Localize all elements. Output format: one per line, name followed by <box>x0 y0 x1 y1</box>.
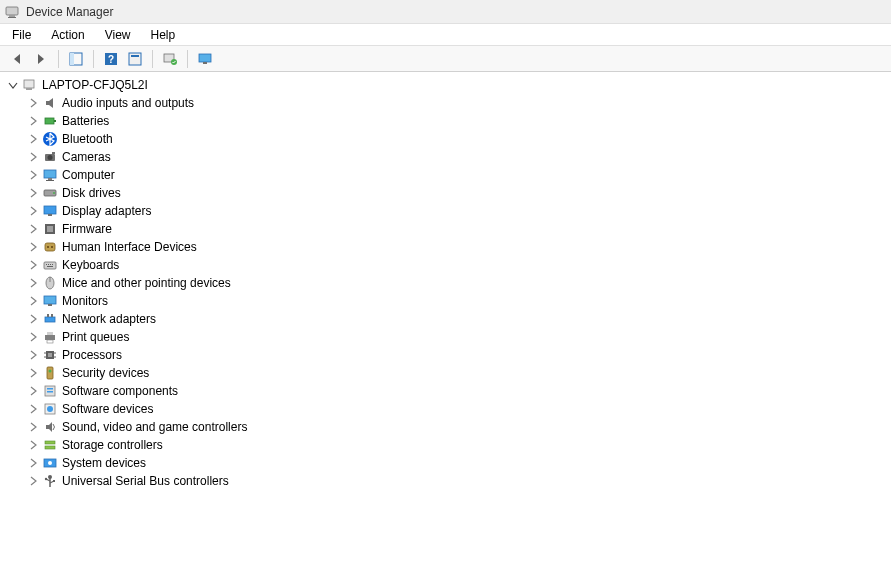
tree-category-node[interactable]: Cameras <box>4 148 891 166</box>
computer-root-icon <box>22 77 38 93</box>
category-label: Bluetooth <box>62 132 113 146</box>
storage-icon <box>42 437 58 453</box>
chevron-right-icon[interactable] <box>26 258 40 272</box>
back-button[interactable] <box>6 48 28 70</box>
help-button[interactable] <box>100 48 122 70</box>
chevron-right-icon[interactable] <box>26 240 40 254</box>
tree-category-node[interactable]: Network adapters <box>4 310 891 328</box>
root-node-label: LAPTOP-CFJQ5L2I <box>42 78 148 92</box>
firmware-icon <box>42 221 58 237</box>
chevron-right-icon[interactable] <box>26 456 40 470</box>
toolbar-separator <box>152 50 153 68</box>
tree-category-node[interactable]: Disk drives <box>4 184 891 202</box>
tree-category-node[interactable]: Security devices <box>4 364 891 382</box>
tree-category-node[interactable]: Keyboards <box>4 256 891 274</box>
category-label: Mice and other pointing devices <box>62 276 231 290</box>
chevron-right-icon[interactable] <box>26 150 40 164</box>
category-label: Monitors <box>62 294 108 308</box>
toolbar-separator <box>187 50 188 68</box>
chevron-right-icon[interactable] <box>26 348 40 362</box>
tree-category-node[interactable]: Print queues <box>4 328 891 346</box>
usb-icon <box>42 473 58 489</box>
chevron-right-icon[interactable] <box>26 330 40 344</box>
menubar: File Action View Help <box>0 24 891 46</box>
category-label: Disk drives <box>62 186 121 200</box>
printer-icon <box>42 329 58 345</box>
show-hide-pane-button[interactable] <box>65 48 87 70</box>
properties-button[interactable] <box>124 48 146 70</box>
category-label: Display adapters <box>62 204 151 218</box>
chevron-right-icon[interactable] <box>26 204 40 218</box>
category-label: Batteries <box>62 114 109 128</box>
toolbar-separator <box>93 50 94 68</box>
tree-category-node[interactable]: Universal Serial Bus controllers <box>4 472 891 490</box>
tree-content: LAPTOP-CFJQ5L2I Audio inputs and outputs… <box>0 72 891 581</box>
tree-category-node[interactable]: Storage controllers <box>4 436 891 454</box>
tree-category-node[interactable]: Batteries <box>4 112 891 130</box>
network-icon <box>42 311 58 327</box>
system-icon <box>42 455 58 471</box>
category-label: Universal Serial Bus controllers <box>62 474 229 488</box>
chevron-right-icon[interactable] <box>26 276 40 290</box>
tree-root-node[interactable]: LAPTOP-CFJQ5L2I <box>4 76 891 94</box>
chevron-right-icon[interactable] <box>26 222 40 236</box>
tree-category-node[interactable]: Monitors <box>4 292 891 310</box>
sound-icon <box>42 419 58 435</box>
chevron-right-icon[interactable] <box>26 474 40 488</box>
tree-category-node[interactable]: Software components <box>4 382 891 400</box>
category-label: Storage controllers <box>62 438 163 452</box>
tree-category-node[interactable]: Computer <box>4 166 891 184</box>
menu-help[interactable]: Help <box>141 26 186 44</box>
chevron-right-icon[interactable] <box>26 420 40 434</box>
chevron-right-icon[interactable] <box>26 132 40 146</box>
bluetooth-icon <box>42 131 58 147</box>
tree-category-node[interactable]: Firmware <box>4 220 891 238</box>
chevron-right-icon[interactable] <box>26 294 40 308</box>
tree-category-node[interactable]: Human Interface Devices <box>4 238 891 256</box>
tree-category-node[interactable]: Audio inputs and outputs <box>4 94 891 112</box>
tree-category-node[interactable]: Mice and other pointing devices <box>4 274 891 292</box>
app-icon <box>4 4 20 20</box>
category-label: Print queues <box>62 330 129 344</box>
devices-view-button[interactable] <box>194 48 216 70</box>
toolbar-separator <box>58 50 59 68</box>
menu-view[interactable]: View <box>95 26 141 44</box>
tree-category-node[interactable]: Sound, video and game controllers <box>4 418 891 436</box>
tree-category-node[interactable]: System devices <box>4 454 891 472</box>
category-label: Software devices <box>62 402 153 416</box>
chevron-right-icon[interactable] <box>26 312 40 326</box>
cpu-icon <box>42 347 58 363</box>
category-label: Computer <box>62 168 115 182</box>
tree-category-node[interactable]: Software devices <box>4 400 891 418</box>
scan-hardware-button[interactable] <box>159 48 181 70</box>
tree-category-node[interactable]: Bluetooth <box>4 130 891 148</box>
monitor-icon <box>42 293 58 309</box>
menu-action[interactable]: Action <box>41 26 94 44</box>
tree-category-node[interactable]: Processors <box>4 346 891 364</box>
softdev-icon <box>42 401 58 417</box>
disk-icon <box>42 185 58 201</box>
window-title: Device Manager <box>26 5 113 19</box>
menu-file[interactable]: File <box>2 26 41 44</box>
category-label: Firmware <box>62 222 112 236</box>
chevron-right-icon[interactable] <box>26 438 40 452</box>
speaker-icon <box>42 95 58 111</box>
toolbar <box>0 46 891 72</box>
chevron-right-icon[interactable] <box>26 402 40 416</box>
camera-icon <box>42 149 58 165</box>
chevron-right-icon[interactable] <box>26 96 40 110</box>
tree-category-node[interactable]: Display adapters <box>4 202 891 220</box>
chevron-down-icon[interactable] <box>6 78 20 92</box>
chevron-right-icon[interactable] <box>26 114 40 128</box>
category-label: System devices <box>62 456 146 470</box>
chevron-right-icon[interactable] <box>26 168 40 182</box>
forward-button[interactable] <box>30 48 52 70</box>
category-label: Network adapters <box>62 312 156 326</box>
chevron-right-icon[interactable] <box>26 384 40 398</box>
category-label: Audio inputs and outputs <box>62 96 194 110</box>
chevron-right-icon[interactable] <box>26 366 40 380</box>
keyboard-icon <box>42 257 58 273</box>
category-label: Keyboards <box>62 258 119 272</box>
chevron-right-icon[interactable] <box>26 186 40 200</box>
mouse-icon <box>42 275 58 291</box>
